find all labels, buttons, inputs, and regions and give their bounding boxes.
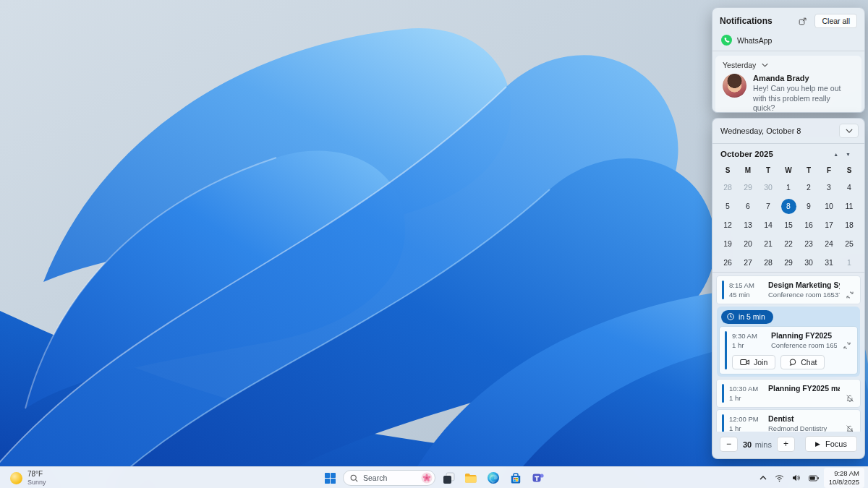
calendar-month-label: October 2025 xyxy=(720,150,830,158)
weather-condition: Sunny xyxy=(27,479,46,487)
calendar-day-3[interactable]: 3 xyxy=(819,178,839,197)
play-icon: ▶ xyxy=(815,440,820,448)
start-button[interactable] xyxy=(320,468,339,487)
calendar-day-31[interactable]: 31 xyxy=(819,253,839,272)
calendar-day-6[interactable]: 6 xyxy=(738,197,758,215)
agenda-item[interactable]: 8:15 AMDesign Marketing Sync45 minConfer… xyxy=(717,276,860,304)
agenda-item[interactable]: 10:30 AMPlanning FY2025 marketing1 hr xyxy=(717,380,860,407)
sun-icon xyxy=(10,472,22,484)
calendar-day-29[interactable]: 29 xyxy=(778,253,799,272)
teams-button[interactable] xyxy=(529,468,548,487)
month-next-icon[interactable]: ▼ xyxy=(842,150,854,158)
calendar-day-10[interactable]: 10 xyxy=(819,197,839,215)
calendar-day-22[interactable]: 22 xyxy=(778,234,799,253)
notification-section-label: Yesterday xyxy=(723,61,756,69)
agenda-time: 12:00 PM xyxy=(729,415,764,423)
bell-off-icon xyxy=(846,424,854,432)
notification-card[interactable]: Yesterday Amanda Brady Hey! Can you help… xyxy=(715,56,861,113)
calendar-day-8[interactable]: 8 xyxy=(778,197,799,215)
calendar-day-28[interactable]: 28 xyxy=(718,178,738,197)
desktop[interactable]: Notifications Clear all WhatsApp xyxy=(0,0,868,488)
store-button[interactable] xyxy=(506,468,525,487)
notifications-title: Notifications xyxy=(720,16,773,26)
calendar-day-16[interactable]: 16 xyxy=(799,215,819,234)
calendar-day-29[interactable]: 29 xyxy=(738,178,758,197)
calendar-day-28[interactable]: 28 xyxy=(758,253,778,272)
increase-duration-button[interactable]: + xyxy=(777,437,795,452)
calendar-day-26[interactable]: 26 xyxy=(718,253,738,272)
calendar-day-25[interactable]: 25 xyxy=(839,234,859,253)
calendar-dow: F xyxy=(819,162,839,178)
calendar-dow: S xyxy=(718,162,738,178)
calendar-day-30[interactable]: 30 xyxy=(799,253,819,272)
calendar-day-5[interactable]: 5 xyxy=(718,197,738,215)
calendar-day-12[interactable]: 12 xyxy=(718,215,738,234)
upcoming-chip: in 5 min xyxy=(721,310,773,324)
calendar-day-19[interactable]: 19 xyxy=(718,234,738,253)
battery-icon[interactable] xyxy=(806,472,822,484)
taskbar: 78°F Sunny Search xyxy=(0,466,868,488)
agenda-duration: 1 hr xyxy=(729,394,764,402)
file-explorer-button[interactable] xyxy=(461,468,480,487)
calendar-day-13[interactable]: 13 xyxy=(738,215,758,234)
upcoming-meeting-group: in 5 min9:30 AMPlanning FY20251 hrConfer… xyxy=(717,307,860,377)
chat-button[interactable]: Chat xyxy=(780,355,825,369)
calendar-day-7[interactable]: 7 xyxy=(758,197,778,215)
calendar-day-17[interactable]: 17 xyxy=(819,215,839,234)
weather-temp: 78°F xyxy=(27,470,46,479)
calendar-collapse-button[interactable] xyxy=(839,124,859,138)
tray-clock[interactable]: 9:28 AM 10/8/2025 xyxy=(824,468,864,488)
calendar-dow: S xyxy=(839,162,859,178)
calendar-day-1[interactable]: 1 xyxy=(778,178,799,197)
calendar-day-21[interactable]: 21 xyxy=(758,234,778,253)
calendar-dow: T xyxy=(758,162,778,178)
notification-app-group[interactable]: WhatsApp xyxy=(712,33,864,51)
bell-off-icon xyxy=(846,394,854,403)
calendar-day-9[interactable]: 9 xyxy=(799,197,819,215)
agenda-location: Redmond Dentistry xyxy=(768,424,840,432)
clear-all-button[interactable]: Clear all xyxy=(814,14,857,28)
calendar-flyout-panel: Wednesday, October 8 October 2025 ▲ ▼ SM… xyxy=(712,118,865,459)
month-prev-icon[interactable]: ▲ xyxy=(830,150,842,158)
calendar-day-23[interactable]: 23 xyxy=(799,234,819,253)
avatar xyxy=(723,74,746,98)
tray-date: 10/8/2025 xyxy=(829,478,859,487)
calendar-day-20[interactable]: 20 xyxy=(738,234,758,253)
volume-icon[interactable] xyxy=(789,471,804,484)
notification-center-panel: Notifications Clear all WhatsApp xyxy=(712,7,865,113)
calendar-day-1[interactable]: 1 xyxy=(839,253,859,272)
agenda-item[interactable]: 12:00 PMDentist1 hrRedmond Dentistry xyxy=(717,410,860,432)
calendar-day-15[interactable]: 15 xyxy=(778,215,799,234)
edge-button[interactable] xyxy=(484,468,503,487)
join-button[interactable]: Join xyxy=(732,355,775,369)
notification-settings-icon[interactable] xyxy=(796,14,809,27)
calendar-day-27[interactable]: 27 xyxy=(738,253,758,272)
agenda-title: Planning FY2025 marketing xyxy=(768,384,840,393)
notification-app-name: WhatsApp xyxy=(737,36,772,45)
calendar-day-2[interactable]: 2 xyxy=(799,178,819,197)
calendar-dow: T xyxy=(799,162,819,178)
task-view-button[interactable] xyxy=(439,468,458,487)
agenda-item[interactable]: 9:30 AMPlanning FY20251 hrConference roo… xyxy=(720,327,857,374)
calendar-day-4[interactable]: 4 xyxy=(839,178,859,197)
tray-chevron-up-icon[interactable] xyxy=(757,473,770,483)
recurring-icon xyxy=(846,291,854,299)
calendar-dow: M xyxy=(738,162,758,178)
decrease-duration-button[interactable]: − xyxy=(720,437,738,452)
search-placeholder: Search xyxy=(363,474,416,482)
weather-widget[interactable]: 78°F Sunny xyxy=(6,467,51,488)
focus-button[interactable]: ▶ Focus xyxy=(805,436,857,452)
divider xyxy=(712,51,864,51)
calendar-day-24[interactable]: 24 xyxy=(819,234,839,253)
search-highlight-icon xyxy=(421,472,433,484)
calendar-day-14[interactable]: 14 xyxy=(758,215,778,234)
search-input[interactable]: Search xyxy=(343,470,435,486)
notifications-header: Notifications Clear all xyxy=(712,8,864,33)
calendar-day-30[interactable]: 30 xyxy=(758,178,778,197)
chevron-down-icon[interactable] xyxy=(762,63,768,67)
wifi-icon[interactable] xyxy=(772,471,787,485)
calendar-day-11[interactable]: 11 xyxy=(839,197,859,215)
calendar-date-header: Wednesday, October 8 xyxy=(720,127,801,135)
calendar-day-18[interactable]: 18 xyxy=(839,215,859,234)
focus-button-label: Focus xyxy=(825,440,847,448)
